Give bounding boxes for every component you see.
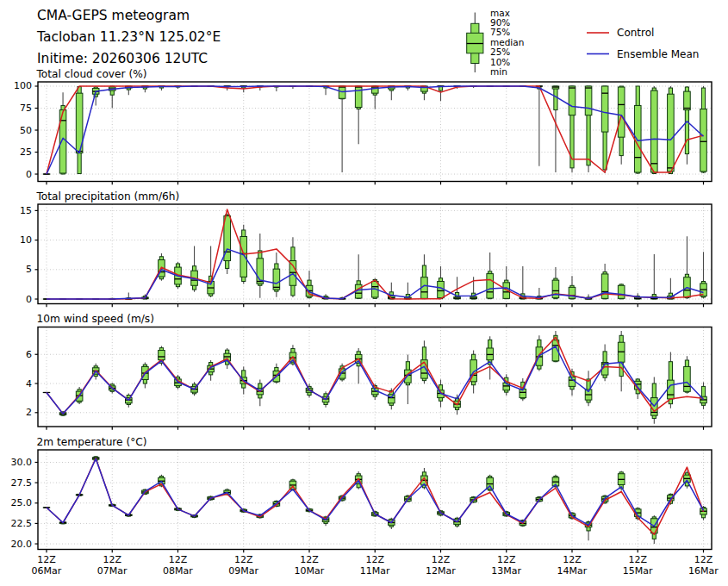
gridlines [38,327,712,427]
panel-title: 2m temperature (°C) [37,436,147,448]
panel-3: 20.022.525.027.530.02m temperature (°C) [11,436,712,553]
x-tick-day: 08Mar [163,565,193,577]
y-tick-label: 15 [20,205,32,216]
y-tick-label: 75 [20,103,32,114]
panel-title: 10m wind speed (m/s) [37,313,154,325]
legend-box-label: max [490,8,510,18]
y-tick-label: 50 [20,125,32,136]
legend-box-label: min [490,66,507,77]
inittime-subtitle: Initime: 20260306 12UTC [37,48,208,70]
boxplots [43,456,706,544]
y-tick-label: 2 [26,407,32,418]
y-tick-label: 22.5 [11,518,33,529]
x-tick-day: 16Mar [688,565,719,577]
y-tick-label: 4 [26,378,32,390]
y-tick-label: 30.0 [11,457,33,468]
x-tick-day: 13Mar [491,565,521,577]
x-tick-hour: 12Z [628,554,647,565]
panel-1: 051015Total precipitation (mm/6h) [20,190,712,308]
y-tick-label: 25 [20,146,32,158]
y-tick-label: 0 [26,169,32,180]
x-tick-hour: 12Z [365,554,384,565]
y-tick-label: 25.0 [11,497,33,508]
legend-box-label: 10% [490,57,510,67]
x-tick-hour: 12Z [103,554,121,565]
x-tick-hour: 12Z [300,554,319,565]
x-tick-hour: 12Z [432,554,451,565]
legend-box-label: 75% [490,27,510,37]
y-tick-label: 6 [26,349,32,360]
station-subtitle: Tacloban 11.23°N 125.02°E [37,27,221,48]
x-tick-day: 14Mar [557,565,588,577]
x-tick-day: 10Mar [295,565,325,577]
legend-box-label: median [490,37,524,47]
x-tick-day: 11Mar [360,565,390,577]
x-tick-hour: 12Z [37,554,56,565]
y-tick-label: 0 [26,294,32,305]
legend-series-label: Ensemble Mean [617,48,699,60]
x-axis-labels: 12Z06Mar12Z07Mar12Z08Mar12Z09Mar12Z10Mar… [32,554,719,577]
panel-2: 24610m wind speed (m/s) [26,313,712,430]
meteogram-figure: 0255075100Total cloud cover (%)051015Tot… [0,0,728,586]
y-tick-label: 20.0 [11,539,33,550]
x-tick-hour: 12Z [563,554,582,565]
panel-title: Total precipitation (mm/6h) [36,190,180,203]
x-tick-hour: 12Z [694,554,713,565]
y-tick-label: 100 [14,80,32,91]
legend-box-label: 90% [490,17,510,28]
legend-boxplot-glyph: max90%75%median25%10%min [467,8,525,77]
y-tick-label: 27.5 [11,477,33,489]
x-tick-hour: 12Z [497,554,516,565]
x-tick-day: 06Mar [32,565,62,577]
x-tick-day: 09Mar [228,565,258,577]
meteogram-chart-svg: 0255075100Total cloud cover (%)051015Tot… [0,0,728,586]
x-tick-hour: 12Z [234,554,253,565]
legend-series-label: Control [617,27,654,39]
x-tick-day: 12Mar [426,565,456,577]
ticks [35,462,704,552]
legend-series: ControlEnsemble Mean [587,27,699,60]
x-tick-day: 07Mar [97,565,128,577]
panel-0: 0255075100Total cloud cover (%) [14,68,712,185]
y-tick-label: 10 [20,234,32,246]
x-tick-hour: 12Z [169,554,188,565]
x-tick-day: 15Mar [623,565,653,577]
y-tick-label: 5 [26,264,32,275]
figure-title: CMA-GEPS meteogram [37,5,190,27]
